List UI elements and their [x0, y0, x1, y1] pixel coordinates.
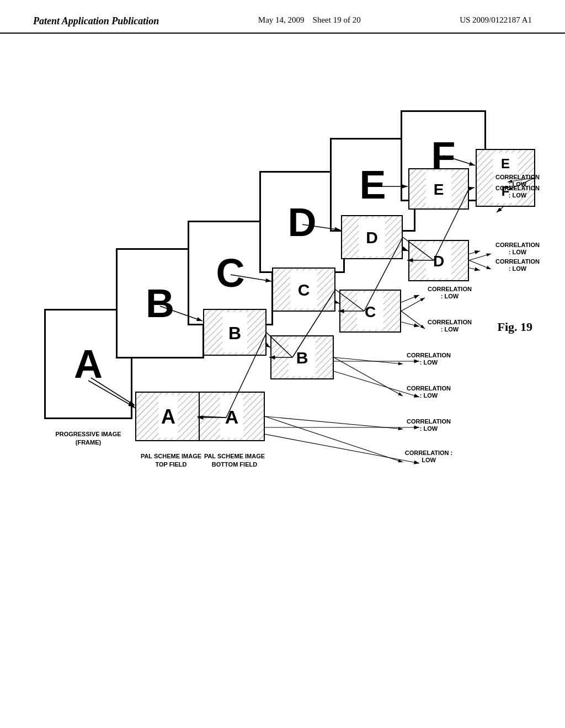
svg-text:E: E	[501, 156, 510, 171]
correlation-label-2: CORRELATION: LOW	[404, 418, 454, 432]
date-text: May 14, 2009	[258, 15, 305, 24]
correlation-label-1: CORRELATION : LOW	[404, 449, 454, 464]
svg-text:D: D	[433, 253, 444, 270]
pal-top-E: E	[408, 168, 469, 210]
svg-line-86	[265, 416, 403, 462]
frame-letter-C: C	[216, 250, 245, 296]
svg-line-91	[401, 298, 425, 311]
bottom-label-pal-top: PAL SCHEME IMAGETOP FIELD	[135, 452, 207, 469]
pal-top-D: D	[341, 215, 403, 259]
pal-top-B: B	[203, 309, 266, 356]
svg-text:B: B	[296, 349, 308, 367]
frame-letter-D: D	[288, 200, 317, 245]
pal-bottom-C: C	[339, 290, 401, 333]
correlation-label-4: CORRELATION: LOW	[404, 352, 454, 366]
correlation-label-8: CORRELATION: LOW	[493, 242, 542, 256]
svg-text:A: A	[225, 406, 239, 427]
pal-top-C: C	[272, 267, 335, 312]
pal-bottom-D: D	[408, 240, 469, 281]
svg-text:C: C	[365, 303, 376, 320]
bottom-label-pal-bottom: PAL SCHEME IMAGEBOTTOM FIELD	[199, 452, 270, 469]
frame-letter-E: E	[359, 162, 386, 207]
correlation-label-7: CORRELATION: LOW	[493, 258, 542, 272]
correlation-label-10: CORRELATION: LOW	[493, 174, 542, 188]
frame-letter-B: B	[146, 281, 174, 326]
svg-line-93	[469, 254, 491, 260]
pal-bottom-B: B	[270, 335, 334, 379]
svg-line-87	[265, 416, 403, 429]
pal-bottom-A: A	[199, 392, 265, 441]
svg-text:A: A	[161, 405, 175, 428]
svg-line-89	[334, 357, 403, 364]
correlation-label-5: CORRELATION: LOW	[425, 319, 475, 333]
page-header: Patent Application Publication May 14, 2…	[0, 0, 565, 34]
bottom-label-progressive: PROGRESSIVE IMAGE(FRAME)	[44, 430, 132, 447]
figure-label: Fig. 19	[497, 320, 532, 334]
patent-number: US 2009/0122187 A1	[460, 15, 532, 25]
svg-line-90	[401, 311, 425, 329]
svg-text:D: D	[366, 228, 378, 247]
svg-text:C: C	[298, 281, 310, 299]
correlation-label-6: CORRELATION: LOW	[425, 286, 475, 300]
svg-line-88	[334, 357, 403, 396]
svg-text:E: E	[434, 181, 444, 198]
diagram-area: A B C D E F A	[28, 66, 535, 673]
pal-top-A: A	[135, 392, 201, 441]
publication-title: Patent Application Publication	[33, 15, 159, 27]
svg-text:B: B	[228, 323, 241, 343]
header-center-info: May 14, 2009 Sheet 19 of 20	[258, 15, 361, 25]
sheet-text: Sheet 19 of 20	[313, 15, 361, 24]
correlation-label-3: CORRELATION: LOW	[404, 385, 454, 399]
frame-letter-A: A	[74, 341, 103, 387]
svg-line-92	[469, 260, 491, 269]
